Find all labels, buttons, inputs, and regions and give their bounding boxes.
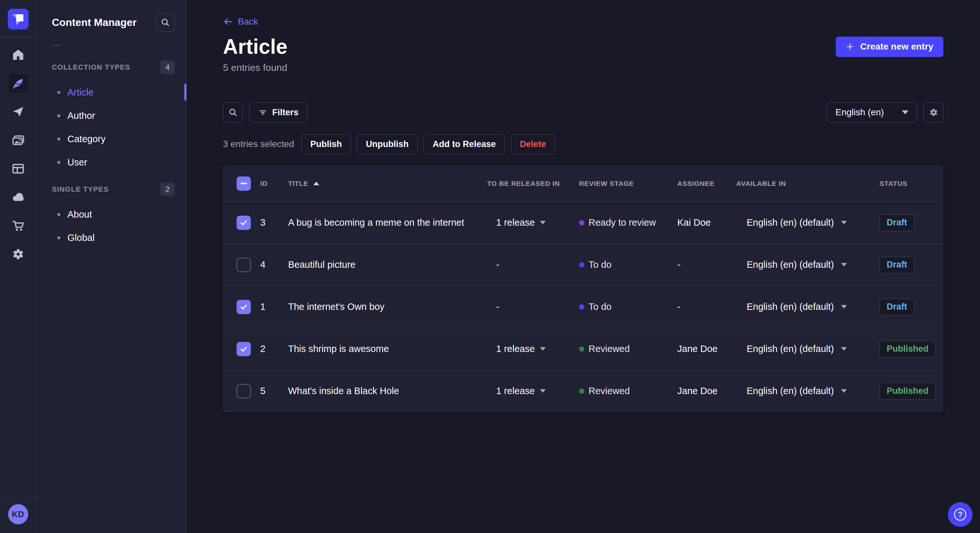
feather-content-manager-icon	[11, 76, 25, 90]
cell-available-in[interactable]: English (en) (default)	[736, 217, 880, 228]
bullet-icon	[57, 213, 60, 216]
strapi-logo-icon	[8, 9, 29, 30]
gear-icon	[929, 107, 939, 117]
table-row[interactable]: 2 This shrimp is awesome 1 release Revie…	[223, 328, 943, 370]
cell-available-in[interactable]: English (en) (default)	[736, 385, 880, 397]
status-badge: Published	[880, 383, 935, 400]
sidebar-item-author[interactable]: Author	[52, 104, 175, 127]
cell-release[interactable]: 1 release	[487, 344, 579, 354]
sidebar-item-category[interactable]: Category	[52, 127, 175, 151]
locale-caret	[841, 389, 847, 393]
cell-status: Published	[880, 341, 943, 357]
table-row[interactable]: 5 What's inside a Black Hole 1 release R…	[223, 370, 943, 412]
table-row[interactable]: 1 The internet's Own boy - To do - Engli…	[223, 286, 943, 328]
question-mark-icon: ?	[954, 508, 966, 521]
sidebar-item-global[interactable]: Global	[52, 226, 175, 249]
select-all-checkbox[interactable]	[237, 176, 251, 191]
strapi-logo[interactable]	[8, 9, 29, 30]
view-settings-button[interactable]	[924, 103, 943, 122]
rail-divider	[0, 37, 36, 37]
sidebar-item-about[interactable]: About	[52, 203, 175, 226]
release-caret	[540, 347, 546, 351]
user-avatar[interactable]: KD	[8, 504, 28, 524]
cell-release[interactable]: 1 release	[487, 217, 579, 228]
help-button[interactable]: ?	[948, 502, 972, 527]
nav-media-library[interactable]	[9, 131, 27, 150]
table-search-button[interactable]	[223, 103, 243, 122]
gear-settings-icon	[11, 247, 25, 261]
nav-settings[interactable]	[9, 245, 27, 263]
sidebar-divider	[52, 45, 62, 46]
cell-release[interactable]: 1 release	[487, 385, 579, 397]
arrow-left-icon	[223, 17, 233, 27]
delete-button[interactable]: Delete	[511, 134, 555, 154]
unpublish-button[interactable]: Unpublish	[357, 134, 418, 154]
indeterminate-dash-icon	[240, 182, 247, 184]
cell-title: Beautiful picture	[288, 259, 487, 270]
nav-content-type-builder[interactable]	[9, 159, 27, 178]
column-header-id: ID	[260, 180, 288, 187]
row-checkbox[interactable]	[237, 216, 251, 230]
cell-id: 3	[260, 217, 288, 228]
section-label-single-types: SINGLE TYPES	[52, 185, 109, 194]
cell-available-in[interactable]: English (en) (default)	[736, 259, 880, 270]
locale-dropdown[interactable]: English (en)	[827, 103, 917, 122]
status-badge: Published	[880, 341, 935, 357]
review-stage-dot	[579, 262, 584, 268]
sidebar-item-article[interactable]: Article	[52, 81, 175, 104]
add-to-release-button[interactable]: Add to Release	[423, 134, 505, 154]
cell-status: Draft	[880, 298, 943, 316]
nav-content-manager[interactable]	[9, 74, 27, 93]
sidebar-search-button[interactable]	[156, 13, 175, 32]
nav-home[interactable]	[9, 45, 27, 64]
bullet-icon	[57, 236, 60, 239]
single-types-count-badge: 2	[161, 182, 175, 196]
media-library-icon	[11, 133, 25, 147]
row-checkbox[interactable]	[237, 300, 251, 314]
cell-assignee: Jane Doe	[677, 344, 736, 354]
selection-count-text: 3 entries selected	[223, 139, 294, 149]
cell-id: 5	[260, 385, 288, 397]
entries-table: ID TITLE TO BE RELEASED IN REVIEW STAGE …	[223, 165, 943, 412]
search-icon	[161, 17, 170, 27]
cell-available-in[interactable]: English (en) (default)	[736, 301, 880, 312]
sort-ascending-icon	[313, 182, 319, 185]
cell-available-in[interactable]: English (en) (default)	[736, 344, 880, 354]
layout-builder-icon	[11, 162, 25, 176]
row-checkbox[interactable]	[237, 384, 251, 398]
sidebar-item-user[interactable]: User	[52, 151, 175, 174]
check-icon	[240, 303, 248, 311]
create-new-entry-button[interactable]: Create new entry	[836, 36, 943, 57]
page-title: Article	[223, 34, 288, 59]
collection-types-count-badge: 4	[161, 60, 175, 74]
nav-cloud[interactable]	[9, 188, 27, 206]
status-badge: Draft	[880, 214, 914, 231]
column-header-status: STATUS	[880, 180, 943, 187]
row-checkbox[interactable]	[237, 258, 251, 272]
entries-count-subtitle: 5 entries found	[223, 62, 943, 74]
cell-release: -	[487, 301, 579, 312]
table-row[interactable]: 4 Beautiful picture - To do - English (e…	[223, 244, 943, 286]
column-header-review-stage: REVIEW STAGE	[579, 180, 677, 187]
table-header-row: ID TITLE TO BE RELEASED IN REVIEW STAGE …	[223, 165, 943, 201]
filters-button[interactable]: Filters	[249, 103, 307, 122]
content-manager-sidebar: Content Manager COLLECTION TYPES 4 Artic…	[36, 0, 187, 533]
nav-marketplace[interactable]	[9, 216, 27, 235]
nav-deploy[interactable]	[9, 102, 27, 121]
row-checkbox[interactable]	[237, 342, 251, 356]
bullet-icon	[57, 91, 60, 94]
cell-status: Draft	[880, 214, 943, 231]
search-icon	[228, 108, 238, 117]
active-item-indicator	[185, 84, 186, 101]
cell-release: -	[487, 259, 579, 270]
paper-plane-icon	[11, 105, 25, 119]
back-link[interactable]: Back	[223, 17, 943, 27]
cell-title: This shrimp is awesome	[288, 344, 487, 354]
cell-id: 2	[260, 344, 288, 354]
table-row[interactable]: 3 A bug is becoming a meme on the intern…	[223, 201, 943, 244]
column-header-title[interactable]: TITLE	[288, 180, 487, 187]
cell-id: 4	[260, 259, 288, 270]
bullet-icon	[57, 114, 60, 117]
main-content: Back Article Create new entry 5 entries …	[187, 0, 980, 533]
publish-button[interactable]: Publish	[301, 134, 351, 154]
